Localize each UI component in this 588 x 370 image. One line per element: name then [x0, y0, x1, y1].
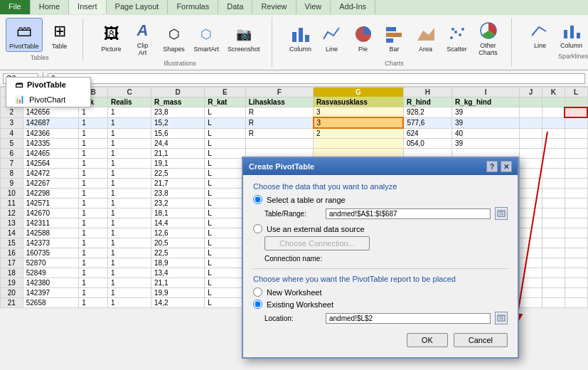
choose-connection-button[interactable]: Choose Connection... [264, 236, 370, 250]
sparkline-column-button[interactable]: Column [557, 18, 586, 51]
formula-input[interactable] [48, 73, 585, 84]
dropdown-pivotchart[interactable]: 📊 PivotChart [6, 92, 90, 107]
area-chart-button[interactable]: Area [412, 21, 440, 54]
svg-point-10 [459, 33, 461, 36]
tab-data[interactable]: Data [218, 0, 252, 14]
cell-l4[interactable] [565, 128, 587, 139]
tab-review[interactable]: Review [252, 0, 296, 14]
cell-i4[interactable]: 40 [451, 128, 519, 139]
group-sparklines-label: Sparklines [558, 53, 588, 60]
col-header-c[interactable]: C [108, 88, 151, 97]
col-header-k[interactable]: K [542, 88, 565, 97]
smartart-button[interactable]: ⬡ SmartArt [191, 21, 223, 54]
col-header-j[interactable]: J [520, 88, 542, 97]
cell-d3[interactable]: 15,2 [151, 117, 205, 128]
col-header-g[interactable]: G [314, 88, 404, 97]
tab-view[interactable]: View [296, 0, 331, 14]
cell-i2[interactable]: 39 [451, 107, 519, 118]
col-header-h[interactable]: H [403, 88, 451, 97]
tab-home[interactable]: Home [31, 0, 69, 14]
cell-j4[interactable] [520, 128, 542, 139]
cell-j2[interactable] [520, 107, 542, 118]
dialog-close-button[interactable]: ✕ [501, 161, 512, 172]
tab-file[interactable]: File [0, 0, 31, 14]
cell-f1[interactable]: Lihasklass [245, 97, 313, 107]
cell-a4[interactable]: 142366 [23, 128, 79, 139]
tab-addins[interactable]: Add-Ins [331, 0, 375, 14]
bar-chart-button[interactable]: Bar [380, 21, 409, 54]
radio-existing-worksheet[interactable] [253, 300, 262, 308]
cell-h1[interactable]: R_hind [403, 97, 451, 107]
cell-c2[interactable]: 1 [108, 107, 151, 118]
table-range-input[interactable] [326, 208, 491, 219]
cell-j3[interactable] [520, 117, 542, 128]
col-header-l[interactable]: L [565, 88, 587, 97]
radio-table-range[interactable] [253, 195, 262, 204]
cell-e2[interactable]: L [205, 107, 245, 118]
dialog-help-button[interactable]: ? [486, 161, 498, 172]
column-chart-button[interactable]: Column [287, 21, 315, 54]
dropdown-pivottable[interactable]: 🗃 PivotTable [6, 78, 90, 92]
cell-k1[interactable] [542, 97, 565, 107]
cell-h2[interactable]: 928,2 [403, 107, 451, 118]
cell-a2[interactable]: 142656 [23, 107, 79, 118]
cell-k2[interactable] [542, 107, 565, 118]
cell-g2[interactable]: 3 [314, 107, 404, 118]
cell-g4[interactable]: 2 [314, 128, 404, 139]
cell-d4[interactable]: 15,6 [151, 128, 205, 139]
shapes-button[interactable]: ⬡ Shapes [160, 21, 188, 54]
other-charts-button[interactable]: OtherCharts [474, 18, 503, 58]
cell-c4[interactable]: 1 [108, 128, 151, 139]
tab-page-layout[interactable]: Page Layout [107, 0, 169, 14]
clipart-button[interactable]: A ClipArt [129, 18, 157, 58]
cell-j1[interactable] [520, 97, 542, 107]
cell-f4[interactable]: R [245, 128, 313, 139]
cell-a3[interactable]: 142687 [23, 117, 79, 128]
radio-new-worksheet[interactable] [253, 287, 262, 297]
table-range-picker-button[interactable] [495, 207, 508, 220]
cell-f2[interactable]: R [245, 107, 313, 118]
radio-external[interactable] [253, 224, 262, 233]
cell-e1[interactable]: R_kat [205, 97, 245, 107]
cell-h3[interactable]: 577,6 [403, 117, 451, 128]
cell-b3[interactable]: 1 [79, 117, 108, 128]
sparkline-line-button[interactable]: Line [526, 18, 555, 51]
column-chart-icon [289, 23, 312, 46]
cell-b2[interactable]: 1 [79, 107, 108, 118]
cell-d2[interactable]: 23,8 [151, 107, 205, 118]
col-header-i[interactable]: I [451, 88, 519, 97]
cell-h4[interactable]: 624 [403, 128, 451, 139]
cell-g3[interactable]: 3 [314, 117, 404, 128]
table-button[interactable]: ⊞ Table [46, 18, 74, 51]
col-header-f[interactable]: F [245, 88, 313, 97]
svg-rect-16 [577, 33, 580, 38]
cell-i3[interactable]: 39 [451, 117, 519, 128]
cell-l1[interactable] [565, 97, 587, 107]
col-header-e[interactable]: E [205, 88, 245, 97]
tab-insert[interactable]: Insert [69, 0, 107, 14]
cell-c3[interactable]: 1 [108, 117, 151, 128]
col-header-d[interactable]: D [151, 88, 205, 97]
cell-d1[interactable]: R_mass [151, 97, 205, 107]
cell-f3[interactable]: R [245, 117, 313, 128]
cell-c1[interactable]: Realis [108, 97, 151, 107]
scatter-chart-button[interactable]: Scatter [443, 21, 471, 54]
cell-e3[interactable]: L [205, 117, 245, 128]
pie-chart-button[interactable]: Pie [349, 21, 378, 54]
tab-formulas[interactable]: Formulas [168, 0, 218, 14]
cell-l2[interactable] [565, 107, 587, 118]
ribbon: File Home Insert Page Layout Formulas Da… [0, 0, 588, 70]
picture-button[interactable]: 🖼 Picture [97, 21, 126, 54]
cell-b4[interactable]: 1 [79, 128, 108, 139]
screenshot-button[interactable]: 📷 Screenshot [225, 21, 263, 54]
table-icon: ⊞ [48, 20, 71, 43]
cell-i1[interactable]: R_kg_hind [451, 97, 519, 107]
cell-k3[interactable] [542, 117, 565, 128]
cell-l3[interactable] [565, 117, 587, 128]
cell-g1[interactable]: Rasvasusklass [314, 97, 404, 107]
smartart-label: SmartArt [194, 46, 220, 53]
cell-e4[interactable]: L [205, 128, 245, 139]
line-chart-button[interactable]: Line [318, 21, 346, 54]
pivottable-button[interactable]: 🗃 PivotTable [6, 18, 43, 52]
cell-k4[interactable] [542, 128, 565, 139]
